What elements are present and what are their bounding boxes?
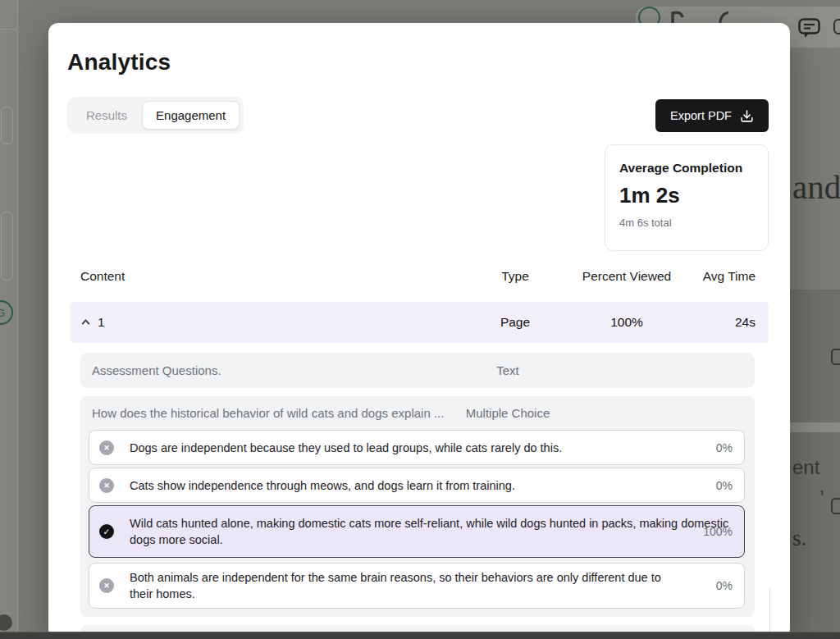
question-text: How does the historical behavior of wild…	[92, 406, 444, 420]
content-row-text: Assessment Questions. Text	[80, 353, 755, 388]
background-gap	[789, 422, 840, 432]
content-row-type: Text	[442, 363, 573, 377]
answer-text: Both animals are independent for the sam…	[130, 569, 685, 602]
answer-percent: 0%	[716, 479, 733, 492]
screen: G and ent ’ s. Analytics Results Engagem…	[0, 0, 840, 639]
page-row-label: 1	[98, 315, 105, 330]
answer-option: ✕ Cats show independence through meows, …	[89, 468, 745, 503]
background-text-fragment: s.	[792, 526, 806, 551]
page-row[interactable]: 1 Page 100% 24s	[70, 302, 769, 343]
header-content: Content	[80, 269, 125, 284]
header-avg-time: Avg Time	[703, 269, 756, 284]
header-percent-viewed: Percent Viewed	[578, 269, 676, 284]
square-fragment-icon	[831, 498, 840, 514]
export-pdf-label: Export PDF	[670, 109, 732, 122]
square-fragment-icon	[831, 349, 840, 365]
table-header: Content Type Percent Viewed Avg Time	[48, 269, 790, 285]
card-value: 1m 2s	[619, 183, 754, 208]
x-circle-icon: ✕	[99, 478, 114, 493]
page-row-percent: 100%	[578, 315, 676, 330]
card-title: Average Completion	[619, 161, 754, 176]
x-circle-icon: ✕	[99, 578, 114, 593]
sidebar-widget	[1, 212, 13, 281]
header-type: Type	[466, 269, 564, 284]
content-row-label: Assessment Questions.	[92, 363, 221, 377]
sidebar-widget	[1, 107, 13, 144]
chevron-up-icon[interactable]	[80, 316, 92, 328]
tab-engagement[interactable]: Engagement	[142, 101, 240, 130]
export-pdf-button[interactable]: Export PDF	[655, 99, 769, 132]
answer-option-correct: ✓ Wild cats hunted alone, making domesti…	[89, 505, 745, 558]
page-row-type: Page	[466, 315, 564, 330]
x-circle-icon: ✕	[99, 440, 114, 455]
answer-text: Cats show independence through meows, an…	[130, 477, 695, 494]
answer-text: Wild cats hunted alone, making domestic …	[130, 515, 729, 548]
sidebar-divider	[0, 29, 18, 30]
answer-text: Dogs are independent because they used t…	[130, 440, 695, 456]
background-heading-fragment: and	[792, 167, 840, 207]
window-bottom-edge	[0, 632, 840, 639]
background-toolbar-icon[interactable]	[833, 19, 840, 34]
analytics-modal: Analytics Results Engagement Export PDF …	[48, 23, 790, 639]
answer-option: ✕ Both animals are independent for the s…	[89, 563, 745, 609]
tab-results[interactable]: Results	[71, 101, 142, 130]
answer-percent: 0%	[716, 441, 733, 454]
check-circle-icon: ✓	[99, 524, 114, 539]
question-type: Multiple Choice	[442, 406, 573, 420]
answer-percent: 0%	[716, 579, 733, 592]
average-completion-card: Average Completion 1m 2s 4m 6s total	[605, 144, 769, 251]
background-text-fragment: ’	[819, 486, 824, 511]
question-block: How does the historical behavior of wild…	[80, 396, 755, 617]
card-subtext: 4m 6s total	[619, 217, 754, 229]
speech-bubble-icon[interactable]	[797, 17, 822, 40]
answer-option: ✕ Dogs are independent because they used…	[89, 430, 745, 465]
page-row-avg-time: 24s	[735, 315, 756, 330]
background-text-fragment: ent	[792, 456, 819, 479]
tab-group: Results Engagement	[67, 97, 244, 134]
download-icon	[740, 109, 754, 123]
modal-title: Analytics	[67, 49, 171, 75]
